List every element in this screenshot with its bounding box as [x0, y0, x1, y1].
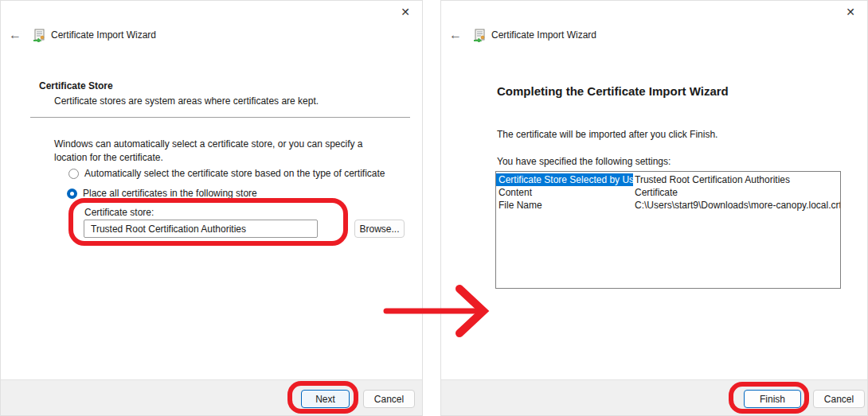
setting-value: Certificate: [633, 186, 678, 199]
wizard-window-store-step: ✕ ← Certificate Import Wizard Certificat…: [0, 0, 423, 416]
close-icon[interactable]: ✕: [842, 4, 859, 20]
setting-key: Content: [496, 186, 633, 199]
cancel-button[interactable]: Cancel: [813, 390, 865, 408]
cancel-button[interactable]: Cancel: [363, 390, 415, 408]
page-heading: Certificate Store: [39, 80, 113, 91]
footer-bar: Next Cancel: [1, 379, 422, 415]
certificate-wizard-icon: [33, 29, 46, 42]
finish-button[interactable]: Finish: [744, 390, 801, 408]
certificate-store-label: Certificate store:: [84, 207, 154, 218]
close-icon[interactable]: ✕: [397, 4, 414, 20]
setting-value: Trusted Root Certification Authorities: [633, 173, 790, 186]
certificate-wizard-icon: [473, 29, 487, 42]
settings-row[interactable]: File NameC:\Users\start9\Downloads\more-…: [496, 199, 840, 212]
settings-list[interactable]: Certificate Store Selected by UserTruste…: [495, 171, 841, 289]
setting-value: C:\Users\start9\Downloads\more-canopy.lo…: [633, 199, 841, 212]
setting-key: File Name: [496, 199, 633, 212]
radio-place-in-store[interactable]: Place all certificates in the following …: [67, 188, 257, 199]
back-arrow-icon[interactable]: ←: [449, 28, 467, 42]
wizard-header: ← Certificate Import Wizard: [449, 28, 596, 42]
separator-line: [30, 117, 410, 118]
settings-label: You have specified the following setting…: [497, 156, 671, 167]
wizard-header: ← Certificate Import Wizard: [9, 28, 156, 42]
back-arrow-icon[interactable]: ←: [9, 28, 26, 42]
radio-auto-select[interactable]: Automatically select the certificate sto…: [68, 168, 385, 179]
setting-key: Certificate Store Selected by User: [496, 173, 633, 186]
radio-selected-icon[interactable]: [67, 189, 77, 199]
radio-place-label: Place all certificates in the following …: [83, 188, 257, 199]
settings-row[interactable]: ContentCertificate: [496, 186, 840, 199]
intro-text: Windows can automatically select a certi…: [54, 138, 387, 165]
wizard-title: Certificate Import Wizard: [491, 29, 596, 41]
radio-unselected-icon[interactable]: [68, 169, 79, 179]
completing-heading: Completing the Certificate Import Wizard: [497, 84, 729, 98]
settings-row[interactable]: Certificate Store Selected by UserTruste…: [496, 173, 840, 186]
wizard-title: Certificate Import Wizard: [51, 29, 156, 41]
page-subheading: Certificate stores are system areas wher…: [54, 95, 319, 107]
screenshot-stage: ✕ ← Certificate Import Wizard Certificat…: [0, 0, 868, 416]
radio-auto-label: Automatically select the certificate sto…: [84, 168, 385, 179]
wizard-window-completing-step: ✕ ← Certificate Import Wizard Completing…: [440, 0, 868, 416]
next-button[interactable]: Next: [301, 390, 350, 408]
import-info-text: The certificate will be imported after y…: [497, 129, 717, 140]
browse-button[interactable]: Browse...: [354, 220, 405, 238]
certificate-store-field[interactable]: Trusted Root Certification Authorities: [84, 220, 318, 238]
footer-bar: Finish Cancel: [441, 379, 867, 415]
